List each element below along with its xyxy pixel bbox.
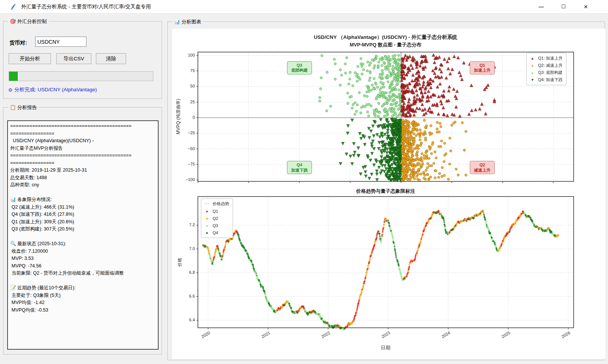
price-legend-item-q2: ●Q2	[204, 215, 229, 222]
report-text: ========================================…	[7, 120, 159, 350]
price-legend-item-q1: ●Q1	[204, 207, 229, 215]
app-window: 外汇量子态分析系统 - 主要货币对/人民币汇率/交叉盘专用 — ☐ ✕ 🎯 外汇…	[0, 0, 608, 364]
close-button[interactable]: ✕	[577, 0, 594, 14]
triangle-up-icon: ▲	[529, 56, 535, 60]
dot-icon: ●	[204, 209, 210, 213]
scatter-y-axis-label: MVPQ (纯度曲率)	[175, 99, 182, 135]
price-legend: 价格趋势●Q1●Q2●Q3●Q4	[201, 198, 233, 238]
app-feather-icon	[10, 3, 17, 11]
scatter-legend-item-q1: ▲Q1: 加速上升	[529, 55, 563, 62]
currency-pair-label: 货币对:	[9, 40, 27, 46]
quadrant-label-q3: Q3底部构建	[287, 61, 312, 74]
status-row: 分析完成: USD/CNY (AlphaVantage)	[9, 86, 97, 93]
window-title: 外汇量子态分析系统 - 主要货币对/人民币汇率/交叉盘专用	[21, 3, 151, 10]
progress-bar-fill	[9, 72, 18, 81]
price-chart-title: 价格趋势与量子态象限标注	[356, 188, 415, 195]
scatter-chart-title: USD/CNY （AlphaVantage）(USDCNY) - 外汇量子态分析…	[314, 34, 457, 41]
circle-icon: ●	[529, 63, 535, 68]
status-dot-icon	[9, 88, 12, 92]
control-panel: 🎯 外汇分析控制 货币对: 开始分析 导出CSV 清除 分析完成: USD/CN…	[3, 21, 162, 99]
titlebar: 外汇量子态分析系统 - 主要货币对/人民币汇率/交叉盘专用 — ☐ ✕	[0, 0, 608, 14]
price-legend-item-q3: ●Q3	[204, 222, 229, 229]
price-legend-item-q4: ●Q4	[204, 229, 229, 236]
clear-button[interactable]: 清除	[96, 53, 126, 64]
status-text: 分析完成: USD/CNY (AlphaVantage)	[14, 86, 97, 93]
progress-bar	[9, 71, 153, 81]
control-panel-title: 🎯 外汇分析控制	[8, 18, 49, 25]
export-csv-button[interactable]: 导出CSV	[56, 53, 91, 64]
currency-pair-input[interactable]	[35, 37, 86, 47]
scatter-chart-subtitle: MVP-MVPQ 散点图 - 量子态分布	[350, 41, 421, 48]
dot-icon: ●	[204, 216, 210, 221]
dot-icon: ●	[204, 230, 210, 235]
minimize-button[interactable]: —	[532, 0, 550, 14]
quadrant-label-q4: Q4加速下跌	[287, 161, 312, 174]
scatter-legend-item-q2: ●Q2: 减速上升	[529, 62, 563, 69]
scatter-legend-item-q3: ●Q3: 底部构建	[529, 69, 563, 76]
report-panel-title: 📋 分析报告	[8, 104, 39, 111]
price-y-axis-label: 价格	[177, 258, 183, 267]
matplotlib-figure: USD/CNY （AlphaVantage）(USDCNY) - 外汇量子态分析…	[172, 29, 605, 359]
report-panel: 📋 分析报告 =================================…	[3, 107, 162, 355]
start-analysis-button[interactable]: 开始分析	[9, 53, 51, 64]
circle-icon: ●	[529, 71, 535, 75]
scatter-legend-item-q4: ▼Q4: 加速下跌	[529, 76, 563, 83]
price-x-axis-label: 日期	[381, 345, 390, 351]
trend-line-icon	[204, 204, 210, 204]
quadrant-label-q1: Q1加速上升	[470, 61, 495, 74]
price-legend-item-trend: 价格趋势	[204, 200, 229, 207]
chart-panel-title: 📊 分析图表	[172, 18, 203, 25]
quadrant-label-q2: Q2减速上升	[470, 161, 495, 174]
dot-icon: ●	[204, 223, 210, 228]
maximize-button[interactable]: ☐	[555, 0, 572, 14]
chart-panel: 📊 分析图表 USD/CNY （AlphaVantage）(USDCNY) - …	[167, 22, 605, 360]
triangle-down-icon: ▼	[529, 78, 535, 82]
scatter-legend: ▲Q1: 加速上升●Q2: 减速上升●Q3: 底部构建▼Q4: 加速下跌	[526, 53, 566, 85]
